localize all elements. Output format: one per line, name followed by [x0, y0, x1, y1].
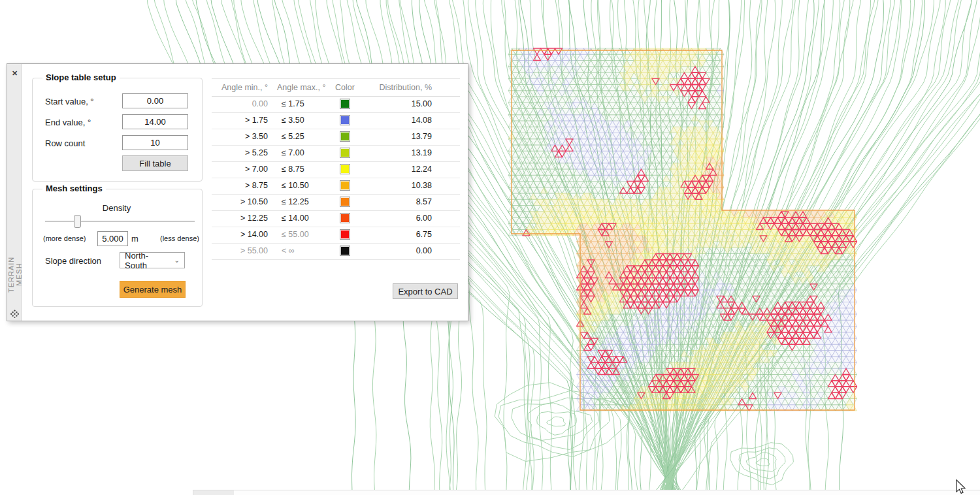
angle-max-cell: ≤ 3.50	[282, 116, 304, 125]
color-cell	[340, 229, 350, 240]
terrain-mesh-panel: ✕ TERRAIN MESH Slope table setup Start v…	[7, 63, 468, 321]
color-swatch[interactable]	[340, 164, 350, 174]
distribution-cell: 15.00	[367, 99, 432, 108]
table-row: > 5.25≤ 7.0013.19	[212, 146, 460, 162]
density-slider-track[interactable]	[45, 221, 195, 222]
color-swatch[interactable]	[340, 213, 350, 223]
mesh-settings-title: Mesh settings	[42, 184, 106, 193]
slope-direction-value: North-South	[125, 251, 171, 270]
table-row: > 8.75≤ 10.5010.38	[212, 178, 460, 195]
angle-max-cell: ≤ 1.75	[282, 99, 304, 108]
angle-max-cell: ≤ 7.00	[282, 148, 304, 157]
table-row: > 14.00≤ 55.006.75	[212, 227, 460, 244]
angle-max-cell: ≤ 14.00	[282, 214, 309, 223]
more-dense-label: (more dense)	[43, 234, 86, 242]
density-unit-label: m	[131, 234, 139, 244]
angle-max-cell: ≤ 10.50	[282, 181, 309, 190]
header-angle-min: Angle min., °	[212, 83, 268, 92]
slope-table: Angle min., ° Angle max., ° Color Distri…	[212, 78, 460, 260]
angle-min-cell: > 7.00	[212, 165, 268, 174]
color-swatch[interactable]	[340, 229, 350, 240]
slope-direction-dropdown[interactable]: North-South ⌄	[120, 252, 185, 268]
color-swatch[interactable]	[340, 115, 350, 125]
angle-min-cell: > 12.25	[212, 214, 268, 223]
color-cell	[340, 115, 350, 125]
row-count-input[interactable]	[122, 135, 188, 150]
angle-max-cell: < ∞	[282, 246, 295, 255]
angle-min-cell: > 14.00	[212, 230, 268, 239]
color-swatch[interactable]	[340, 99, 350, 109]
export-to-cad-button[interactable]: Export to CAD	[393, 283, 458, 299]
color-cell	[340, 148, 350, 158]
color-swatch[interactable]	[340, 180, 350, 191]
header-color: Color	[320, 83, 370, 92]
angle-max-cell: ≤ 8.75	[282, 165, 304, 174]
table-row: 0.00≤ 1.7515.00	[212, 97, 460, 113]
table-row: > 10.50≤ 12.258.57	[212, 195, 460, 211]
less-dense-label: (less dense)	[160, 234, 199, 242]
panel-title-strip: ✕ TERRAIN MESH	[7, 64, 22, 321]
density-slider-thumb[interactable]	[74, 215, 81, 228]
chevron-down-icon: ⌄	[174, 257, 180, 264]
distribution-cell: 13.79	[367, 132, 432, 141]
angle-min-cell: > 8.75	[212, 181, 268, 190]
color-swatch[interactable]	[340, 148, 350, 158]
start-value-label: Start value, °	[45, 97, 94, 106]
angle-max-cell: ≤ 12.25	[282, 197, 309, 206]
slope-table-rows: 0.00≤ 1.7515.00> 1.75≤ 3.5014.08> 3.50≤ …	[212, 97, 460, 260]
header-angle-max: Angle max., °	[277, 83, 325, 92]
angle-min-cell: > 5.25	[212, 148, 268, 157]
horizontal-scrollbar-thumb[interactable]	[193, 490, 234, 495]
table-row: > 3.50≤ 5.2513.79	[212, 129, 460, 146]
distribution-cell: 6.75	[367, 230, 432, 239]
horizontal-scrollbar[interactable]	[193, 490, 980, 495]
panel-title: TERRAIN MESH	[7, 246, 22, 303]
slope-direction-label: Slope direction	[45, 256, 101, 266]
color-cell	[340, 164, 350, 174]
end-value-input[interactable]	[122, 114, 188, 129]
table-row: > 55.00< ∞0.00	[212, 244, 460, 260]
pointer-cursor	[953, 479, 967, 494]
header-distribution: Distribution, %	[367, 83, 432, 92]
color-cell	[340, 180, 350, 191]
angle-min-cell: > 3.50	[212, 132, 268, 141]
table-row: > 1.75≤ 3.5014.08	[212, 113, 460, 129]
color-cell	[340, 131, 350, 142]
density-label: Density	[32, 203, 201, 213]
distribution-cell: 13.19	[367, 148, 432, 157]
angle-max-cell: ≤ 55.00	[282, 230, 309, 239]
distribution-cell: 10.38	[367, 181, 432, 190]
table-row: > 12.25≤ 14.006.00	[212, 211, 460, 227]
table-row: > 7.00≤ 8.7512.24	[212, 162, 460, 178]
color-swatch[interactable]	[340, 131, 350, 142]
generate-mesh-button[interactable]: Generate mesh	[120, 281, 186, 298]
angle-min-cell: > 55.00	[212, 246, 268, 255]
color-cell	[340, 99, 350, 109]
start-value-input[interactable]	[122, 93, 188, 108]
distribution-cell: 12.24	[367, 165, 432, 174]
fill-table-button[interactable]: Fill table	[122, 155, 188, 171]
color-swatch[interactable]	[340, 197, 350, 207]
angle-min-cell: > 10.50	[212, 197, 268, 206]
distribution-cell: 14.08	[367, 116, 432, 125]
angle-min-cell: 0.00	[212, 99, 268, 108]
color-cell	[340, 197, 350, 207]
row-count-label: Row count	[45, 138, 85, 148]
end-value-label: End value, °	[45, 118, 91, 127]
color-cell	[340, 213, 350, 223]
slope-table-setup-title: Slope table setup	[42, 72, 120, 82]
close-icon[interactable]: ✕	[10, 69, 20, 78]
distribution-cell: 0.00	[367, 246, 432, 255]
color-cell	[340, 246, 350, 256]
distribution-cell: 8.57	[367, 197, 432, 206]
angle-min-cell: > 1.75	[212, 116, 268, 125]
slope-table-header: Angle min., ° Angle max., ° Color Distri…	[212, 79, 460, 97]
drag-handle-dots-icon[interactable]	[10, 310, 19, 318]
density-input[interactable]	[97, 231, 128, 246]
angle-max-cell: ≤ 5.25	[282, 132, 304, 141]
distribution-cell: 6.00	[367, 214, 432, 223]
color-swatch[interactable]	[340, 246, 350, 256]
